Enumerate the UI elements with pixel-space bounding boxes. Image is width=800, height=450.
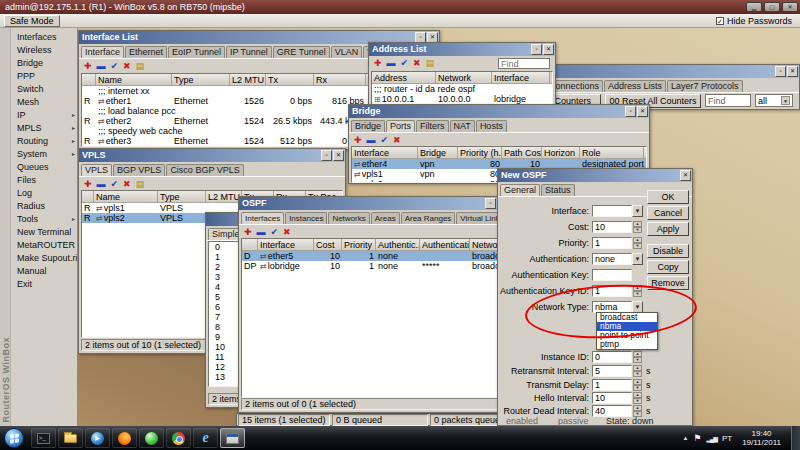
column-path-cost[interactable]: Path Cost <box>502 147 542 158</box>
sidebar-item-bridge[interactable]: Bridge <box>11 57 77 70</box>
column-tx[interactable]: Tx <box>266 74 314 85</box>
tab-general[interactable]: General <box>500 184 540 197</box>
dropdown-option-point-to-point[interactable]: point to point <box>597 331 657 340</box>
sidebar-item-interfaces[interactable]: Interfaces <box>11 31 77 44</box>
column-name[interactable]: Name <box>96 74 172 85</box>
disable-icon[interactable]: ✖ <box>123 178 131 190</box>
column-role[interactable]: Role <box>580 147 644 158</box>
table-row[interactable]: D ⇄ether5 10 1 none broadcast <box>242 251 506 261</box>
disable-icon[interactable]: ✖ <box>413 57 421 69</box>
taskbar-app-ie[interactable]: e <box>193 428 218 448</box>
sidebar-item-log[interactable]: Log <box>11 187 77 200</box>
new-ospf-titlebar[interactable]: New OSPF ✕ <box>498 169 692 182</box>
tab-ports[interactable]: Ports <box>386 120 415 133</box>
taskbar-app-chrome[interactable] <box>166 428 191 448</box>
retransmit-interval-input[interactable]: 5 <box>592 365 632 377</box>
enable-icon[interactable]: ✔ <box>111 60 119 72</box>
tab-address-lists[interactable]: Address Lists <box>604 80 666 93</box>
dropdown-option-ptmp[interactable]: ptmp <box>597 340 657 349</box>
apply-button[interactable]: Apply <box>647 222 689 236</box>
router-dead-interval-input[interactable]: 40 <box>592 405 632 417</box>
restore-icon[interactable]: ▫ <box>531 44 542 55</box>
maximize-icon[interactable]: ▢ <box>764 2 780 12</box>
sidebar-item-radius[interactable]: Radius <box>11 200 77 213</box>
sidebar-item-wireless[interactable]: Wireless <box>11 44 77 57</box>
table-row[interactable]: ⊞10.0.0.1 10.0.0.0 lobridge <box>372 94 552 104</box>
chevron-down-icon[interactable]: ▼ <box>781 96 790 105</box>
dropdown-option-nbma[interactable]: nbma <box>597 322 657 331</box>
show-desktop-button[interactable] <box>791 426 800 450</box>
tab-filters[interactable]: Filters <box>416 120 449 133</box>
instance-id-input[interactable]: 0 <box>592 351 632 363</box>
sidebar-item-tools[interactable]: Tools▸ <box>11 213 77 226</box>
remove-icon[interactable]: ▬ <box>367 134 376 146</box>
restore-icon[interactable]: ▫ <box>775 66 786 77</box>
add-icon[interactable]: ✚ <box>354 134 362 146</box>
remove-button[interactable]: Remove <box>647 276 689 290</box>
column-l2mtu[interactable]: L2 MTU <box>230 74 266 85</box>
column-type[interactable]: Type <box>172 74 230 85</box>
spinner-control[interactable]: ▲▼ <box>633 392 642 404</box>
minimize-icon[interactable]: ▁ <box>746 2 762 12</box>
sidebar-item-metarouter[interactable]: MetaROUTER <box>11 239 77 252</box>
column-interface[interactable]: Interface <box>492 72 550 83</box>
sidebar-item-routing[interactable]: Routing▸ <box>11 135 77 148</box>
column-type[interactable]: Type <box>158 191 206 202</box>
tab-status[interactable]: Status <box>541 184 575 197</box>
tab-ip-tunnel[interactable]: IP Tunnel <box>226 46 272 59</box>
interface-select[interactable] <box>592 205 632 217</box>
bridge-titlebar[interactable]: Bridge ▫✕ <box>349 105 649 118</box>
column-flag[interactable] <box>82 74 96 85</box>
enable-icon[interactable]: ✔ <box>401 57 409 69</box>
comment-icon[interactable]: ▤ <box>136 178 145 190</box>
tray-clock[interactable]: 19:40 19/11/2011 <box>737 429 786 447</box>
spin-down-icon[interactable]: ▼ <box>633 385 642 391</box>
priority-input[interactable]: 1 <box>592 237 632 249</box>
ospf-titlebar[interactable]: OSPF ▫✕ <box>239 197 509 210</box>
column-address[interactable]: Address <box>372 72 436 83</box>
find-input[interactable]: Find <box>498 58 550 69</box>
spin-down-icon[interactable]: ▼ <box>633 243 642 249</box>
close-icon[interactable]: ✕ <box>782 2 798 12</box>
chevron-down-icon[interactable]: ▼ <box>632 253 643 265</box>
disable-icon[interactable]: ✖ <box>123 60 131 72</box>
taskbar-app-media-player[interactable]: ▶ <box>85 428 110 448</box>
column-root-path[interactable]: Root Pat... <box>644 147 647 158</box>
sidebar-item-switch[interactable]: Switch <box>11 83 77 96</box>
network-icon[interactable]: ▂▄▆ <box>706 435 716 442</box>
language-indicator[interactable]: PT <box>722 434 732 443</box>
cancel-button[interactable]: Cancel <box>647 206 689 220</box>
spinner-control[interactable]: ▲▼ <box>633 285 642 297</box>
tab-instances[interactable]: Instances <box>285 212 327 225</box>
sidebar-item-manual[interactable]: Manual <box>11 265 77 278</box>
spinner-control[interactable]: ▲▼ <box>633 405 642 417</box>
spin-down-icon[interactable]: ▼ <box>633 291 642 297</box>
sidebar-item-files[interactable]: Files <box>11 174 77 187</box>
table-row[interactable]: DP ⇄lobridge 10 1 none ***** broadcast <box>242 261 506 271</box>
taskbar-app-winbox[interactable] <box>220 428 245 448</box>
network-type-select[interactable]: nbma <box>592 301 632 313</box>
hide-passwords-toggle[interactable]: ✓ Hide Passwords <box>716 15 792 27</box>
spinner-control[interactable]: ▲▼ <box>633 237 642 249</box>
comment-icon[interactable]: ▤ <box>426 57 435 69</box>
column-priority[interactable]: Priority (h... <box>458 147 502 158</box>
tab-cisco-bgp-vpls[interactable]: Cisco BGP VPLS <box>166 164 243 177</box>
disable-button[interactable]: Disable <box>647 244 689 258</box>
authentication-key-id-input[interactable]: 1 <box>592 285 632 297</box>
sidebar-item-system[interactable]: System▸ <box>11 148 77 161</box>
cost-input[interactable]: 10 <box>592 221 632 233</box>
authentication-key-input[interactable] <box>592 269 632 281</box>
column-l2mtu[interactable]: L2 MTU <box>206 191 242 202</box>
copy-button[interactable]: Copy <box>647 260 689 274</box>
close-icon[interactable]: ✕ <box>333 150 344 161</box>
sidebar-item-mpls[interactable]: MPLS▸ <box>11 122 77 135</box>
start-button[interactable] <box>4 428 24 448</box>
remove-icon[interactable]: ▬ <box>387 57 396 69</box>
tab-eoip-tunnel[interactable]: EoIP Tunnel <box>168 46 225 59</box>
enable-icon[interactable]: ✔ <box>111 178 119 190</box>
checkbox-checked-icon[interactable]: ✓ <box>716 17 724 25</box>
dropdown-option-broadcast[interactable]: broadcast <box>597 313 657 322</box>
sidebar-item-queues[interactable]: Queues <box>11 161 77 174</box>
tab-interfaces[interactable]: Interfaces <box>241 212 284 225</box>
column-name[interactable]: Name <box>94 191 158 202</box>
